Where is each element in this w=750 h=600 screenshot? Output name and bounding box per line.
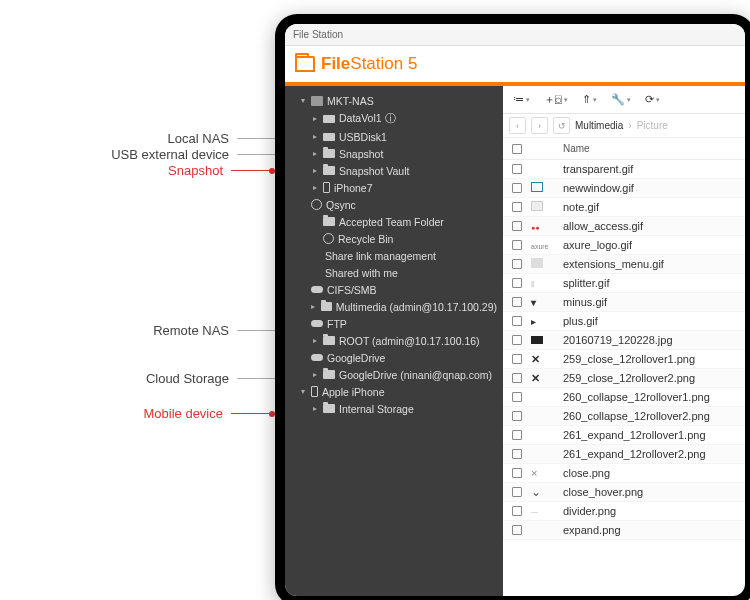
file-row[interactable]: 261_expand_12rollover1.png [503, 426, 745, 445]
tree-item-label: Accepted Team Folder [339, 216, 444, 228]
file-row[interactable]: ✕259_close_12rollover1.png [503, 350, 745, 369]
expand-icon[interactable]: ▸ [311, 150, 319, 158]
expand-icon[interactable]: ▸ [311, 115, 319, 123]
row-checkbox[interactable] [512, 392, 522, 402]
row-checkbox[interactable] [512, 449, 522, 459]
tree-item[interactable]: ▸ROOT (admin@10.17.100.16) [285, 332, 503, 349]
row-checkbox[interactable] [512, 278, 522, 288]
file-row[interactable]: 260_collapse_12rollover1.png [503, 388, 745, 407]
expand-icon[interactable] [311, 218, 319, 226]
file-row[interactable]: transparent.gif [503, 160, 745, 179]
tree-item[interactable]: ▾Apple iPhone [285, 383, 503, 400]
file-row[interactable]: ▸plus.gif [503, 312, 745, 331]
expand-icon[interactable] [299, 252, 307, 260]
expand-icon[interactable] [311, 235, 319, 243]
tree-item[interactable]: CIFS/SMB [285, 281, 503, 298]
row-checkbox[interactable] [512, 259, 522, 269]
tree-item[interactable]: ▸Internal Storage [285, 400, 503, 417]
file-type-icon: ▾ [531, 296, 559, 308]
row-checkbox[interactable] [512, 240, 522, 250]
row-checkbox[interactable] [512, 164, 522, 174]
expand-icon[interactable] [299, 354, 307, 362]
file-row[interactable]: ⌄close_hover.png [503, 483, 745, 502]
row-checkbox[interactable] [512, 183, 522, 193]
upload-button[interactable]: ⇑▾ [580, 91, 599, 108]
nav-refresh-button[interactable]: ↺ [553, 117, 570, 134]
row-checkbox[interactable] [512, 373, 522, 383]
tree-item[interactable]: GoogleDrive [285, 349, 503, 366]
row-checkbox[interactable] [512, 335, 522, 345]
row-checkbox[interactable] [512, 525, 522, 535]
expand-icon[interactable]: ▸ [311, 405, 319, 413]
file-name: plus.gif [559, 315, 745, 327]
breadcrumb-item[interactable]: Picture [637, 120, 668, 131]
expand-icon[interactable]: ▾ [299, 388, 307, 396]
row-checkbox[interactable] [512, 468, 522, 478]
row-checkbox[interactable] [512, 221, 522, 231]
select-all-checkbox[interactable] [512, 144, 522, 154]
file-row[interactable]: ▾minus.gif [503, 293, 745, 312]
expand-icon[interactable] [299, 286, 307, 294]
nav-back-button[interactable]: ‹ [509, 117, 526, 134]
tree-item[interactable]: FTP [285, 315, 503, 332]
tree-item[interactable]: ▾MKT-NAS [285, 92, 503, 109]
nav-forward-button[interactable]: › [531, 117, 548, 134]
tree-item[interactable]: Recycle Bin [285, 230, 503, 247]
file-row[interactable]: extensions_menu.gif [503, 255, 745, 274]
tree-item[interactable]: ▸Snapshot Vault [285, 162, 503, 179]
file-row[interactable]: ⦀splitter.gif [503, 274, 745, 293]
column-name[interactable]: Name [559, 143, 745, 154]
file-row[interactable]: newwindow.gif [503, 179, 745, 198]
tree-item[interactable]: ▸iPhone7 [285, 179, 503, 196]
tree-item[interactable]: ▸Snapshot [285, 145, 503, 162]
row-checkbox[interactable] [512, 487, 522, 497]
add-button[interactable]: ＋⌼▾ [542, 90, 570, 109]
sidebar-tree[interactable]: ▾MKT-NAS▸DataVol1 ⓘ▸USBDisk1▸Snapshot▸Sn… [285, 86, 503, 596]
tree-item[interactable]: Qsync [285, 196, 503, 213]
breadcrumb-item[interactable]: Multimedia [575, 120, 623, 131]
expand-icon[interactable] [299, 320, 307, 328]
row-checkbox[interactable] [512, 297, 522, 307]
row-checkbox[interactable] [512, 354, 522, 364]
row-checkbox[interactable] [512, 202, 522, 212]
file-row[interactable]: expand.png [503, 521, 745, 540]
nas-icon [311, 96, 323, 106]
file-row[interactable]: 260_collapse_12rollover2.png [503, 407, 745, 426]
file-row[interactable]: ×close.png [503, 464, 745, 483]
row-checkbox[interactable] [512, 430, 522, 440]
expand-icon[interactable] [299, 269, 307, 277]
file-row[interactable]: 20160719_120228.jpg [503, 331, 745, 350]
file-row[interactable]: ●●allow_access.gif [503, 217, 745, 236]
tree-item[interactable]: ▸Multimedia (admin@10.17.100.29) [285, 298, 503, 315]
expand-icon[interactable]: ▸ [311, 184, 319, 192]
expand-icon[interactable]: ▸ [311, 371, 319, 379]
view-mode-button[interactable]: ≔▾ [511, 91, 532, 108]
file-row[interactable]: ✕259_close_12rollover2.png [503, 369, 745, 388]
tree-item[interactable]: ▸GoogleDrive (ninani@qnap.com) [285, 366, 503, 383]
tools-button[interactable]: 🔧▾ [609, 91, 633, 108]
expand-icon[interactable]: ▸ [311, 167, 319, 175]
tree-item[interactable]: Shared with me [285, 264, 503, 281]
file-row[interactable]: ┈┈divider.png [503, 502, 745, 521]
file-name: 260_collapse_12rollover2.png [559, 410, 745, 422]
file-list[interactable]: transparent.gifnewwindow.gifnote.gif●●al… [503, 160, 745, 596]
row-checkbox[interactable] [512, 506, 522, 516]
expand-icon[interactable]: ▾ [299, 97, 307, 105]
expand-icon[interactable]: ▸ [311, 337, 319, 345]
folder-icon [321, 302, 332, 311]
row-checkbox[interactable] [512, 411, 522, 421]
file-row[interactable]: axureaxure_logo.gif [503, 236, 745, 255]
more-button[interactable]: ⟳▾ [643, 91, 662, 108]
tree-item[interactable]: Accepted Team Folder [285, 213, 503, 230]
file-row[interactable]: note.gif [503, 198, 745, 217]
file-row[interactable]: 261_expand_12rollover2.png [503, 445, 745, 464]
row-checkbox[interactable] [512, 316, 522, 326]
tree-item[interactable]: ▸USBDisk1 [285, 128, 503, 145]
file-type-icon [531, 334, 559, 346]
expand-icon[interactable]: ▸ [310, 303, 317, 311]
expand-icon[interactable]: ▸ [311, 133, 319, 141]
tree-item[interactable]: Share link management [285, 247, 503, 264]
tree-item[interactable]: ▸DataVol1 ⓘ [285, 109, 503, 128]
tree-item-label: DataVol1 ⓘ [339, 112, 396, 126]
expand-icon[interactable] [299, 201, 307, 209]
